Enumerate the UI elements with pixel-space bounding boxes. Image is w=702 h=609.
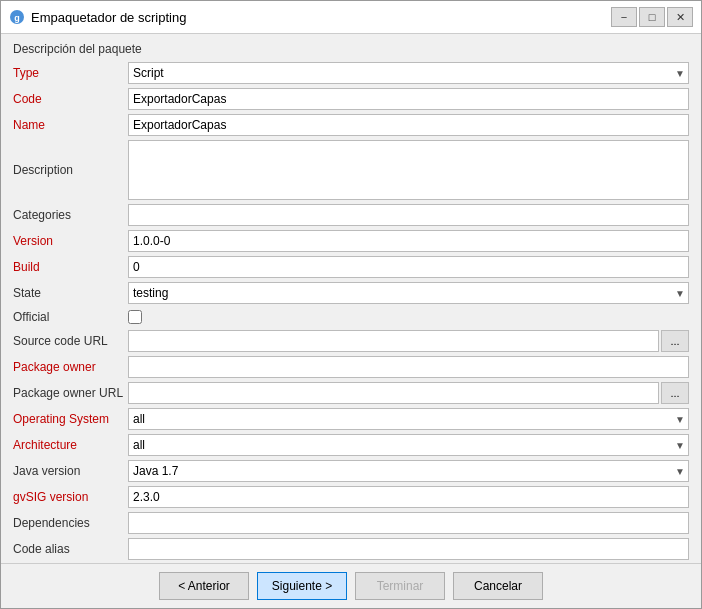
footer: < Anterior Siguiente > Terminar Cancelar	[1, 563, 701, 608]
form-grid: Type Script Tool Library Theme ▼ Code Na…	[13, 62, 689, 560]
source-code-url-input[interactable]	[128, 330, 659, 352]
type-select[interactable]: Script Tool Library Theme	[128, 62, 689, 84]
official-label: Official	[13, 308, 128, 326]
siguiente-button[interactable]: Siguiente >	[257, 572, 347, 600]
official-checkbox[interactable]	[128, 310, 142, 324]
state-label: State	[13, 284, 128, 302]
official-checkbox-container	[128, 310, 689, 324]
state-select[interactable]: testing devel RC final	[128, 282, 689, 304]
java-version-label: Java version	[13, 462, 128, 480]
package-owner-input[interactable]	[128, 356, 689, 378]
content-area: Descripción del paquete Type Script Tool…	[1, 34, 701, 563]
cancelar-button[interactable]: Cancelar	[453, 572, 543, 600]
maximize-button[interactable]: □	[639, 7, 665, 27]
version-input[interactable]	[128, 230, 689, 252]
source-code-url-label: Source code URL	[13, 332, 128, 350]
anterior-button[interactable]: < Anterior	[159, 572, 249, 600]
package-owner-url-label: Package owner URL	[13, 384, 128, 402]
architecture-label: Architecture	[13, 436, 128, 454]
dependencies-input[interactable]	[128, 512, 689, 534]
name-input[interactable]	[128, 114, 689, 136]
package-owner-url-container: ...	[128, 382, 689, 404]
app-icon: g	[9, 9, 25, 25]
window-title: Empaquetador de scripting	[31, 10, 605, 25]
name-label: Name	[13, 116, 128, 134]
gvsig-version-label: gvSIG version	[13, 488, 128, 506]
package-owner-label: Package owner	[13, 358, 128, 376]
version-label: Version	[13, 232, 128, 250]
gvsig-version-input[interactable]	[128, 486, 689, 508]
source-code-url-container: ...	[128, 330, 689, 352]
categories-label: Categories	[13, 206, 128, 224]
os-select-wrapper: all win32 linux mac ▼	[128, 408, 689, 430]
svg-text:g: g	[14, 13, 20, 23]
section-title: Descripción del paquete	[13, 42, 689, 56]
close-button[interactable]: ✕	[667, 7, 693, 27]
categories-input[interactable]	[128, 204, 689, 226]
arch-select[interactable]: all x86 x86_64	[128, 434, 689, 456]
java-select[interactable]: Java 1.7 Java 1.8 Java 11	[128, 460, 689, 482]
source-code-url-browse-button[interactable]: ...	[661, 330, 689, 352]
window-controls: − □ ✕	[611, 7, 693, 27]
state-select-wrapper: testing devel RC final ▼	[128, 282, 689, 304]
description-textarea[interactable]	[128, 140, 689, 200]
os-select[interactable]: all win32 linux mac	[128, 408, 689, 430]
code-alias-input[interactable]	[128, 538, 689, 560]
terminar-button[interactable]: Terminar	[355, 572, 445, 600]
package-owner-url-browse-button[interactable]: ...	[661, 382, 689, 404]
build-label: Build	[13, 258, 128, 276]
description-label: Description	[13, 161, 128, 179]
minimize-button[interactable]: −	[611, 7, 637, 27]
type-select-wrapper: Script Tool Library Theme ▼	[128, 62, 689, 84]
package-owner-url-input[interactable]	[128, 382, 659, 404]
title-bar: g Empaquetador de scripting − □ ✕	[1, 1, 701, 34]
code-alias-label: Code alias	[13, 540, 128, 558]
arch-select-wrapper: all x86 x86_64 ▼	[128, 434, 689, 456]
operating-system-label: Operating System	[13, 410, 128, 428]
dependencies-label: Dependencies	[13, 514, 128, 532]
build-input[interactable]	[128, 256, 689, 278]
main-window: g Empaquetador de scripting − □ ✕ Descri…	[0, 0, 702, 609]
type-label: Type	[13, 64, 128, 82]
code-label: Code	[13, 90, 128, 108]
code-input[interactable]	[128, 88, 689, 110]
java-select-wrapper: Java 1.7 Java 1.8 Java 11 ▼	[128, 460, 689, 482]
